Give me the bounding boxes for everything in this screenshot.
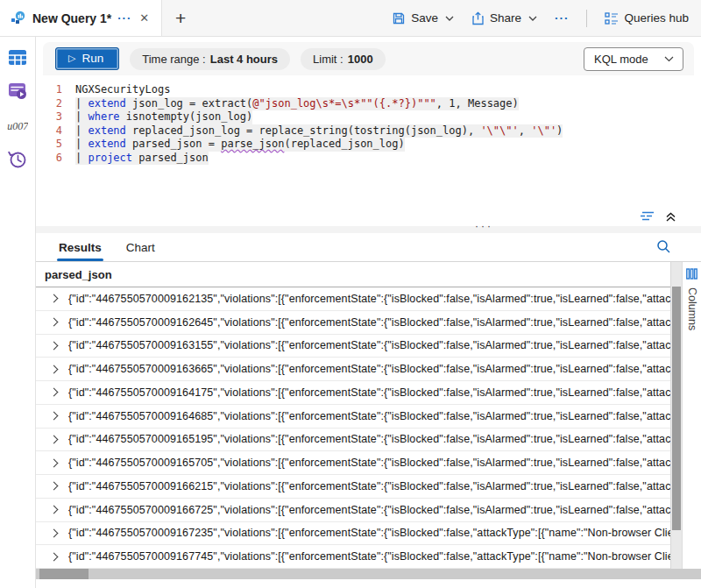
- search-results-icon[interactable]: [656, 239, 671, 254]
- code-text: | extend replaced_json_log = replace_str…: [75, 124, 563, 138]
- time-range-picker[interactable]: Time range : Last 4 hours: [130, 48, 290, 70]
- expand-row-chevron-icon[interactable]: [50, 435, 59, 443]
- kql-mode-dropdown[interactable]: KQL mode: [584, 47, 683, 71]
- table-row[interactable]: {"id":"4467550570009165705","violations"…: [36, 451, 670, 475]
- code-line[interactable]: 5| extend parsed_json = parse_json(repla…: [36, 138, 701, 152]
- code-line[interactable]: 2| extend json_log = extract(@"json_log\…: [36, 97, 701, 111]
- row-json-text: {"id":"4467550570009166725","violations"…: [68, 504, 670, 516]
- collapse-editor-icon[interactable]: [665, 211, 676, 223]
- expand-row-chevron-icon[interactable]: [50, 552, 59, 561]
- code-text: | extend parsed_json = parse_json(replac…: [75, 138, 405, 152]
- expand-row-chevron-icon[interactable]: [50, 294, 59, 303]
- expand-row-chevron-icon[interactable]: [50, 528, 59, 537]
- table-row[interactable]: {"id":"4467550570009162645","violations"…: [36, 311, 670, 335]
- table-row[interactable]: {"id":"4467550570009165195","violations"…: [36, 429, 670, 452]
- table-row[interactable]: {"id":"4467550570009162135","violations"…: [36, 287, 670, 311]
- share-button[interactable]: Share: [471, 11, 537, 25]
- expand-row-chevron-icon[interactable]: [50, 482, 59, 491]
- kql-mode-chevron-down-icon: [664, 56, 674, 62]
- expand-row-chevron-icon[interactable]: [50, 341, 59, 350]
- queries-hub-button[interactable]: Queries hub: [605, 11, 689, 25]
- expand-row-chevron-icon[interactable]: [50, 318, 59, 327]
- editor-actions: [36, 207, 701, 226]
- queries-hub-label: Queries hub: [624, 11, 689, 25]
- limit-label: Limit :: [313, 53, 343, 66]
- row-json-text: {"id":"4467550570009165705","violations"…: [68, 457, 670, 469]
- tab-bar-actions: Save Share ···: [392, 0, 701, 36]
- expand-row-chevron-icon[interactable]: [50, 506, 59, 514]
- run-button[interactable]: ▷ Run: [55, 47, 119, 70]
- expand-row-chevron-icon[interactable]: [50, 365, 59, 373]
- tab-new-query-1[interactable]: New Query 1* ··· ✕: [0, 0, 162, 36]
- queries-hub-icon: [605, 12, 619, 25]
- more-actions-button[interactable]: ···: [555, 11, 570, 25]
- table-row[interactable]: {"id":"4467550570009164685","violations"…: [36, 405, 670, 429]
- vertical-scrollbar[interactable]: [670, 262, 682, 569]
- toolbar-divider: [586, 10, 587, 27]
- code-line[interactable]: 6| project parsed_json: [36, 152, 701, 166]
- table-row[interactable]: {"id":"4467550570009166215","violations"…: [36, 475, 670, 499]
- panel-splitter[interactable]: ···: [36, 226, 701, 233]
- filter-results-icon[interactable]: [640, 211, 655, 222]
- results-tab-strip: Results Chart: [36, 233, 701, 262]
- column-header-parsed-json[interactable]: parsed_json: [36, 262, 670, 287]
- saved-scripts-icon[interactable]: [6, 80, 29, 103]
- splitter-drag-handle[interactable]: ···: [475, 223, 493, 230]
- tab-more-options-icon[interactable]: ···: [117, 11, 131, 25]
- kql-query-editor[interactable]: 1NGXSecurityLogs2| extend json_log = ext…: [36, 75, 701, 207]
- row-json-text: {"id":"4467550570009167235","violations"…: [68, 527, 670, 539]
- results-rows: {"id":"4467550570009162135","violations"…: [36, 287, 670, 569]
- row-json-text: {"id":"4467550570009164175","violations"…: [68, 386, 670, 399]
- limit-picker[interactable]: Limit : 1000: [301, 48, 386, 70]
- code-line[interactable]: 4| extend replaced_json_log = replace_st…: [36, 124, 701, 138]
- columns-panel-icon[interactable]: [686, 268, 697, 280]
- share-chevron-down-icon[interactable]: [528, 16, 537, 21]
- save-label: Save: [411, 11, 438, 25]
- row-json-text: {"id":"4467550570009166215","violations"…: [68, 480, 670, 492]
- tab-close-icon[interactable]: ✕: [138, 11, 151, 25]
- expand-row-chevron-icon[interactable]: [50, 458, 59, 467]
- line-number: 5: [36, 138, 62, 152]
- time-range-label: Time range :: [142, 53, 206, 66]
- limit-value: 1000: [348, 53, 373, 66]
- expand-row-chevron-icon[interactable]: [50, 388, 59, 397]
- tab-results[interactable]: Results: [57, 236, 103, 261]
- horizontal-scrollbar-thumb[interactable]: [39, 569, 89, 579]
- save-button[interactable]: Save: [392, 11, 454, 25]
- columns-panel-label[interactable]: Columns: [686, 287, 698, 330]
- query-history-icon[interactable]: [6, 148, 29, 171]
- connections-table-icon[interactable]: [6, 46, 29, 68]
- time-range-value: Last 4 hours: [210, 53, 278, 66]
- results-panel: parsed_json {"id":"4467550570009162135",…: [36, 262, 701, 569]
- table-row[interactable]: {"id":"4467550570009163665","violations"…: [36, 358, 670, 381]
- row-json-text: {"id":"4467550570009162645","violations"…: [68, 316, 670, 329]
- row-json-text: {"id":"4467550570009163665","violations"…: [68, 363, 670, 375]
- svg-text:{f\u0078}: {f\u0078}: [7, 120, 28, 132]
- functions-fx-icon[interactable]: {f\u0078}: [6, 114, 29, 137]
- vertical-scrollbar-thumb[interactable]: [672, 287, 681, 530]
- run-label: Run: [81, 52, 103, 65]
- save-icon: [392, 11, 406, 25]
- table-row[interactable]: {"id":"4467550570009167235","violations"…: [36, 522, 670, 546]
- tab-title: New Query 1*: [32, 11, 111, 25]
- adx-query-icon: [11, 11, 26, 26]
- table-row[interactable]: {"id":"4467550570009166725","violations"…: [36, 499, 670, 522]
- new-tab-button[interactable]: +: [162, 0, 199, 36]
- code-text: NGXSecurityLogs: [75, 83, 170, 97]
- horizontal-scrollbar[interactable]: [36, 569, 701, 579]
- expand-row-chevron-icon[interactable]: [50, 412, 59, 421]
- save-chevron-down-icon[interactable]: [445, 16, 454, 21]
- tab-chart[interactable]: Chart: [124, 236, 157, 261]
- table-row[interactable]: {"id":"4467550570009167745","violations"…: [36, 545, 670, 569]
- code-line[interactable]: 1NGXSecurityLogs: [36, 83, 701, 97]
- table-row[interactable]: {"id":"4467550570009163155","violations"…: [36, 335, 670, 358]
- line-number: 4: [36, 124, 62, 138]
- row-json-text: {"id":"4467550570009164685","violations"…: [68, 410, 670, 422]
- row-json-text: {"id":"4467550570009162135","violations"…: [68, 293, 670, 305]
- code-text: | project parsed_json: [75, 152, 209, 166]
- bottom-gap: [36, 579, 701, 588]
- code-line[interactable]: 3| where isnotempty(json_log): [36, 110, 701, 124]
- line-number: 3: [36, 110, 62, 124]
- table-row[interactable]: {"id":"4467550570009164175","violations"…: [36, 381, 670, 405]
- results-grid: parsed_json {"id":"4467550570009162135",…: [36, 262, 670, 569]
